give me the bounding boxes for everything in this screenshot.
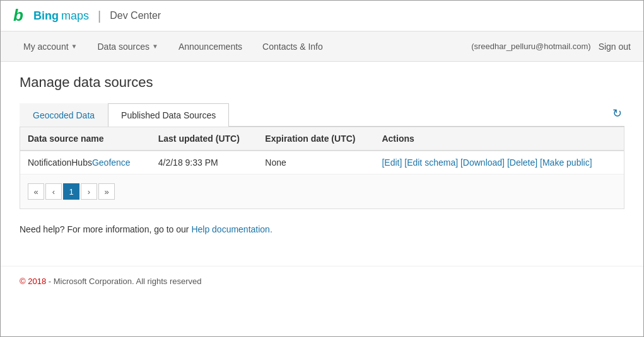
data-table-wrapper: Data source name Last updated (UTC) Expi… <box>20 127 624 209</box>
nav-bar: My account ▼ Data sources ▼ Announcement… <box>1 31 643 62</box>
page-current[interactable]: 1 <box>63 183 79 200</box>
col-name: Data source name <box>20 127 151 151</box>
logo-divider: | <box>98 9 101 23</box>
bing-b-icon: b <box>13 7 31 25</box>
bing-text: Bing <box>33 9 59 23</box>
col-updated: Last updated (UTC) <box>151 127 258 151</box>
dev-center-text: Dev Center <box>110 10 161 21</box>
action-make-public[interactable]: [Make public] <box>540 157 592 168</box>
row-expiration: None <box>257 151 374 174</box>
nav-sign-out[interactable]: Sign out <box>599 42 631 52</box>
action-edit[interactable]: [Edit] <box>382 157 402 168</box>
logo-bar: b Bing maps | Dev Center <box>1 1 643 31</box>
nav-announcements[interactable]: Announcements <box>168 33 252 60</box>
data-sources-arrow: ▼ <box>152 43 158 50</box>
help-text-before: Need help? For more information, go to o… <box>20 224 191 234</box>
table-header: Data source name Last updated (UTC) Expi… <box>20 127 624 151</box>
page-prev[interactable]: ‹ <box>45 183 62 200</box>
tab-published[interactable]: Published Data Sources <box>108 103 229 127</box>
refresh-icon[interactable]: ↻ <box>612 106 622 120</box>
main-content: Manage data sources Geocoded Data Publis… <box>1 62 643 247</box>
help-text: Need help? For more information, go to o… <box>20 224 624 234</box>
my-account-arrow: ▼ <box>71 43 78 50</box>
row-actions: [Edit] [Edit schema] [Download] [Delete]… <box>374 151 624 174</box>
action-delete[interactable]: [Delete] <box>507 157 537 168</box>
nav-my-account[interactable]: My account ▼ <box>13 33 88 60</box>
pagination: « ‹ 1 › » <box>28 183 616 200</box>
action-download[interactable]: [Download] <box>460 157 505 168</box>
col-actions: Actions <box>374 127 624 151</box>
action-edit-schema[interactable]: [Edit schema] <box>404 157 458 168</box>
col-expiration: Expiration date (UTC) <box>257 127 374 151</box>
page-title: Manage data sources <box>20 74 624 91</box>
page-last[interactable]: » <box>98 183 115 200</box>
table-body: NotificationHubsGeofence 4/2/18 9:33 PM … <box>20 151 624 174</box>
footer: © 2018 - Microsoft Corporation. All righ… <box>1 266 643 296</box>
bing-logo: b Bing maps | Dev Center <box>13 7 161 25</box>
copyright-symbol: © 2018 <box>20 277 46 286</box>
nav-user-email: (sreedhar_pelluru@hotmail.com) <box>471 42 591 51</box>
bing-maps-text: maps <box>61 9 89 23</box>
page-next[interactable]: › <box>81 183 97 200</box>
row-updated: 4/2/18 9:33 PM <box>151 151 258 174</box>
copyright-text: © 2018 - Microsoft Corporation. All righ… <box>20 277 202 286</box>
nav-items: My account ▼ Data sources ▼ Announcement… <box>13 33 471 60</box>
nav-right: (sreedhar_pelluru@hotmail.com) Sign out <box>471 42 631 52</box>
page-first[interactable]: « <box>28 183 44 200</box>
pagination-row: « ‹ 1 › » <box>20 174 624 208</box>
nav-data-sources[interactable]: Data sources ▼ <box>88 33 168 60</box>
copyright-company: - Microsoft Corporation. All rights rese… <box>49 277 202 286</box>
help-documentation-link[interactable]: Help documentation. <box>191 224 272 234</box>
tabs-container: Geocoded Data Published Data Sources ↻ <box>20 103 624 127</box>
svg-text:b: b <box>13 7 23 25</box>
data-sources-table: Data source name Last updated (UTC) Expi… <box>20 127 624 174</box>
nav-contacts-info[interactable]: Contacts & Info <box>252 33 333 60</box>
tab-geocoded[interactable]: Geocoded Data <box>20 103 108 127</box>
tab-refresh-area: ↻ <box>612 103 624 126</box>
row-name: NotificationHubsGeofence <box>20 151 151 174</box>
table-row: NotificationHubsGeofence 4/2/18 9:33 PM … <box>20 151 624 174</box>
